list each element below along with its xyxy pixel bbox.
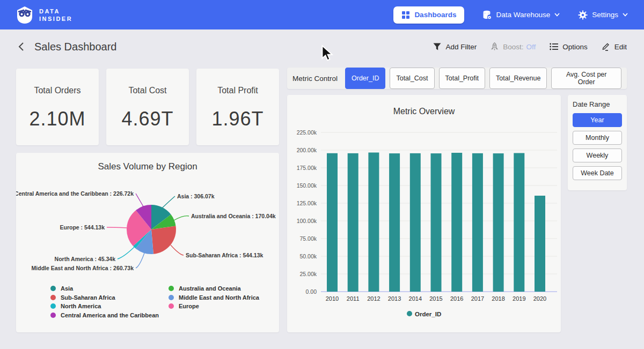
y-tick-label: 175.00k xyxy=(297,165,317,171)
bar-chart-svg[interactable]: 0.0025.00k50.00k75.00k100.00k125.00k150.… xyxy=(287,123,561,324)
metric-control-label: Metric Control xyxy=(292,75,338,83)
x-tick-label: 2012 xyxy=(367,295,380,302)
x-tick-label: 2018 xyxy=(492,295,504,302)
metric-option-avg-cost-per-order[interactable]: Avg. Cost per Order xyxy=(551,68,621,89)
pie-label-line xyxy=(136,194,143,206)
metric-control-options: Order_IDTotal_CostTotal_ProfitTotal_Reve… xyxy=(345,68,621,89)
bar-2018[interactable] xyxy=(493,153,504,292)
pie-slice-sub-saharan-africa[interactable] xyxy=(151,226,176,254)
y-tick-label: 150.00k xyxy=(297,182,317,189)
options-button[interactable]: Options xyxy=(550,43,588,51)
legend-dot xyxy=(50,313,56,318)
legend-dot xyxy=(169,295,174,300)
nav-data-warehouse[interactable]: Data Warehouse xyxy=(482,10,560,20)
app-window: DATA INSIDER Dashboards xyxy=(0,0,644,349)
date-option-year[interactable]: Year xyxy=(573,113,622,127)
x-tick-label: 2010 xyxy=(326,295,339,302)
bar-2019[interactable] xyxy=(514,153,524,292)
date-option-monthly[interactable]: Monthly xyxy=(573,131,622,145)
nav-data-warehouse-label: Data Warehouse xyxy=(496,11,550,19)
boost-toggle[interactable]: Boost: Off xyxy=(491,42,536,51)
nav-dashboards-label: Dashboards xyxy=(414,11,456,19)
page-title: Sales Dashboard xyxy=(34,41,116,53)
pie-legend-item-sub-saharan-africa[interactable]: Sub-Saharan Africa xyxy=(50,293,169,302)
y-tick-label: 225.00k xyxy=(297,129,317,136)
legend-label: Australia and Oceania xyxy=(179,285,241,292)
metric-option-order-id[interactable]: Order_ID xyxy=(345,68,385,89)
pie-label-central-america-and-the-caribbean: Central America and the Caribbean : 226.… xyxy=(16,190,134,197)
x-tick-label: 2016 xyxy=(450,295,463,302)
back-button[interactable] xyxy=(17,41,26,52)
pie-label-asia: Asia : 306.07k xyxy=(177,193,215,199)
brand-line1: DATA xyxy=(39,8,72,15)
pie-legend-item-central-america-and-the-caribbean[interactable]: Central America and the Caribbean xyxy=(50,311,169,320)
x-tick-label: 2017 xyxy=(471,295,484,302)
pie-legend-item-asia[interactable]: Asia xyxy=(50,284,169,293)
pie-chart-svg[interactable]: Asia : 306.07kAustralia and Oceania : 17… xyxy=(16,175,279,283)
sales-volume-panel: Sales Volume by Region Asia : 306.07kAus… xyxy=(16,153,279,332)
kpi-label: Total Cost xyxy=(106,86,189,95)
dashboard-grid-icon xyxy=(401,11,410,19)
kpi-value: 4.69T xyxy=(106,108,189,130)
bar-2010[interactable] xyxy=(327,153,338,292)
x-tick-label: 2014 xyxy=(409,295,422,302)
brand-line2: INSIDER xyxy=(39,15,72,23)
pie-label-middle-east-and-north-africa: Middle East and North Africa : 260.73k xyxy=(32,265,134,271)
date-range-options: YearMonthlyWeeklyWeek Date xyxy=(573,113,622,180)
edit-button[interactable]: Edit xyxy=(602,42,627,51)
nav-settings-label: Settings xyxy=(592,11,618,19)
legend-dot xyxy=(50,295,56,300)
bar-2013[interactable] xyxy=(389,153,400,292)
legend-label: Sub-Saharan Africa xyxy=(61,294,115,301)
navbar-menu: Dashboards Data Warehouse xyxy=(393,6,628,24)
pie-label-line xyxy=(107,227,127,228)
legend-label: Middle East and North Africa xyxy=(179,294,259,301)
legend-dot xyxy=(50,286,56,291)
add-filter-button[interactable]: Add Filter xyxy=(433,43,477,51)
bar-2011[interactable] xyxy=(348,153,358,292)
x-tick-label: 2011 xyxy=(347,295,360,302)
pie-label-sub-saharan-africa: Sub-Saharan Africa : 544.13k xyxy=(186,252,263,258)
pie-label-line xyxy=(162,196,175,208)
date-option-week-date[interactable]: Week Date xyxy=(573,166,622,180)
date-range-label: Date Range xyxy=(573,100,622,108)
pie-legend-item-australia-and-oceania[interactable]: Australia and Oceania xyxy=(169,284,259,293)
chevron-down-icon xyxy=(623,13,628,17)
pie-legend: AsiaSub-Saharan AfricaNorth AmericaCentr… xyxy=(16,284,279,320)
bar-2015[interactable] xyxy=(431,153,442,292)
kpi-card-total-profit: Total Profit 1.96T xyxy=(196,69,279,145)
bar-2012[interactable] xyxy=(368,153,379,292)
rocket-icon xyxy=(491,42,499,51)
date-option-weekly[interactable]: Weekly xyxy=(573,148,622,162)
bar-2017[interactable] xyxy=(472,153,483,292)
y-tick-label: 200.00k xyxy=(297,147,317,153)
pie-legend-item-middle-east-and-north-africa[interactable]: Middle East and North Africa xyxy=(169,293,259,302)
kpi-card-total-orders: Total Orders 2.10M xyxy=(16,69,99,145)
chevron-left-icon xyxy=(17,41,26,52)
bar-legend-label[interactable]: Order_ID xyxy=(415,311,441,317)
pie-label-north-america: North America : 45.34k xyxy=(55,256,116,262)
pie-label-europe: Europe : 544.13k xyxy=(60,224,105,231)
pie-chart-title: Sales Volume by Region xyxy=(16,153,279,172)
top-navbar: DATA INSIDER Dashboards xyxy=(0,0,644,29)
y-tick-label: 75.00k xyxy=(299,235,317,242)
metric-option-total-profit[interactable]: Total_Profit xyxy=(439,68,486,89)
y-tick-label: 25.00k xyxy=(299,271,317,277)
add-filter-label: Add Filter xyxy=(445,43,477,51)
edit-label: Edit xyxy=(614,43,627,51)
nav-dashboards-button[interactable]: Dashboards xyxy=(393,6,464,24)
bar-2014[interactable] xyxy=(410,153,421,292)
bar-2020[interactable] xyxy=(535,196,545,292)
pie-label-line xyxy=(174,216,189,220)
nav-settings[interactable]: Settings xyxy=(578,10,628,20)
x-tick-label: 2019 xyxy=(513,295,525,302)
metric-option-total-revenue[interactable]: Total_Revenue xyxy=(489,68,547,89)
x-tick-label: 2013 xyxy=(388,295,401,302)
metric-option-total-cost[interactable]: Total_Cost xyxy=(390,68,434,89)
legend-label: Asia xyxy=(61,285,73,292)
pie-legend-item-europe[interactable]: Europe xyxy=(169,302,259,311)
brand-text: DATA INSIDER xyxy=(39,8,72,23)
pie-legend-item-north-america[interactable]: North America xyxy=(50,302,169,311)
bar-2016[interactable] xyxy=(451,153,462,292)
kpi-value: 1.96T xyxy=(196,108,279,130)
